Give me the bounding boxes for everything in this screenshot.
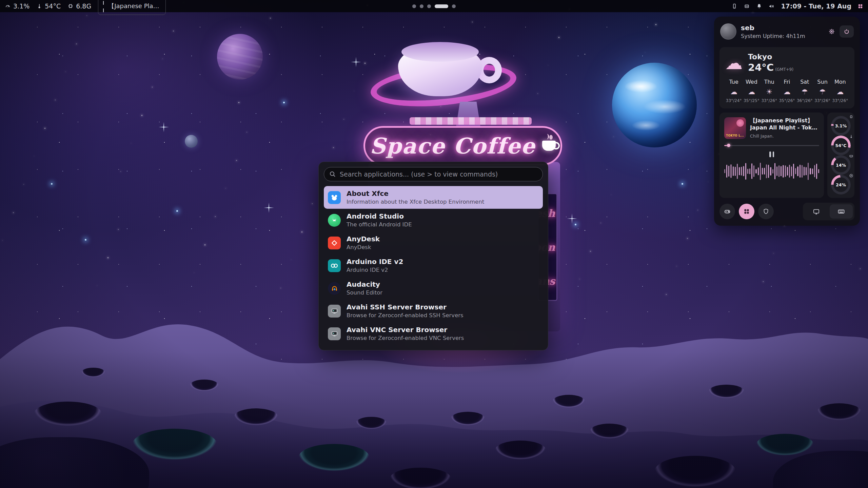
star [246, 132, 247, 133]
power-button[interactable] [840, 25, 854, 38]
waveform-bar [749, 168, 750, 174]
forecast-day: Fri ☁ 35°/26° [778, 79, 796, 103]
phone-link-icon[interactable] [731, 3, 737, 9]
forecast-day: Tue ☁ 33°/24° [725, 79, 743, 103]
result-anydesk[interactable]: AnyDesk AnyDesk [324, 231, 543, 254]
media-waveform [724, 161, 819, 181]
sparkle-star [567, 214, 577, 224]
disk-gauge: 24% [831, 175, 851, 195]
avahi-vnc-app-icon [328, 327, 341, 340]
waveform-bar [810, 168, 811, 175]
weather-cloud-icon: ☁ [725, 54, 743, 72]
sign-coffee-cup-icon [542, 141, 556, 151]
volume-icon[interactable] [768, 3, 775, 9]
search-input[interactable] [324, 167, 543, 181]
result-audacity[interactable]: Audacity Sound Editor [324, 277, 543, 300]
star [687, 238, 688, 239]
workspace-dot[interactable] [452, 4, 456, 8]
star [141, 115, 142, 116]
star [548, 65, 548, 65]
screen-record-button[interactable] [805, 204, 828, 219]
star [118, 229, 119, 230]
waveform-bar [802, 165, 803, 178]
top-bar: 3.1% 54°C 6.8G 【Japanese Pla [0, 0, 868, 12]
sparkle-star [264, 203, 274, 213]
app-grid-icon[interactable] [857, 3, 863, 9]
star [44, 128, 45, 129]
disk-gauge-icon [849, 174, 853, 178]
moon-crater [553, 395, 585, 408]
star [312, 203, 313, 204]
security-button[interactable] [758, 204, 774, 219]
cpu-meter-icon [5, 3, 11, 9]
moon-crater [234, 408, 278, 425]
progress-knob[interactable] [727, 144, 730, 147]
topbar-media-widget[interactable]: 【Japanese Playlist】 J... [98, 0, 166, 15]
star [65, 72, 66, 72]
result-description: AnyDesk [347, 244, 380, 251]
waveform-bar [770, 167, 771, 176]
waveform-bar [776, 166, 777, 176]
star [600, 223, 601, 223]
result-title: AnyDesk [347, 235, 380, 243]
media-pause-button[interactable] [766, 150, 777, 159]
power-icon [843, 28, 850, 35]
glow-star [176, 210, 178, 212]
result-arduino-ide[interactable]: Arduino IDE v2 Arduino IDE v2 [324, 254, 543, 277]
result-description: The official Android IDE [347, 221, 412, 228]
forecast-icon: ☁ [743, 88, 760, 96]
waveform-bar [762, 168, 763, 175]
avatar[interactable] [720, 23, 736, 40]
moon-crater [356, 417, 387, 429]
keyboard-button[interactable] [830, 204, 853, 219]
controller-icon [723, 207, 731, 216]
thermometer-icon [36, 3, 42, 9]
star [162, 59, 163, 59]
waveform-bar [806, 167, 807, 175]
workspace-dot[interactable] [420, 4, 423, 8]
waveform-bar [789, 165, 790, 178]
workspace-dot[interactable] [412, 4, 416, 8]
media-subtitle: Chill Japan. [750, 134, 819, 139]
moon-crater [132, 429, 217, 460]
star [270, 18, 271, 19]
search-icon [329, 170, 337, 178]
result-avahi-vnc[interactable]: Avahi VNC Server Browser Browse for Zero… [324, 322, 543, 345]
moon-crater [709, 385, 744, 398]
panel-quick-actions [719, 203, 854, 220]
workspace-dot[interactable] [427, 4, 431, 8]
forecast-icon: ☀ [761, 88, 778, 96]
waveform-bar [778, 165, 780, 177]
audacity-app-icon [328, 282, 341, 295]
result-about-xfce[interactable]: About Xfce Information about the Xfce De… [324, 186, 543, 209]
waveform-bar [753, 165, 754, 177]
star [107, 257, 108, 258]
small-moon [185, 135, 198, 148]
settings-button[interactable] [828, 28, 835, 35]
memory-value: 6.8G [76, 2, 91, 10]
bell-icon[interactable] [756, 3, 762, 9]
user-name: seb [741, 24, 805, 32]
waveform-bar [785, 165, 786, 177]
waveform-bar [797, 166, 798, 176]
star [676, 266, 677, 266]
moon-crater [654, 456, 736, 487]
workspace-active-pill[interactable] [435, 4, 448, 8]
apps-grid-icon [743, 208, 750, 215]
result-title: Arduino IDE v2 [347, 258, 403, 266]
media-progress-bar[interactable] [724, 144, 819, 147]
result-android-studio[interactable]: Android Studio The official Android IDE [324, 209, 543, 231]
panel-toggle-group [803, 203, 854, 220]
game-mode-button[interactable] [719, 204, 735, 219]
result-avahi-ssh[interactable]: Avahi SSH Server Browser Browse for Zero… [324, 300, 543, 322]
waveform-bar [737, 164, 738, 179]
weather-temperature: 24°C [748, 62, 774, 73]
network-icon[interactable] [744, 3, 750, 9]
clock[interactable]: 17:09 - Tue, 19 Aug [781, 2, 851, 10]
waveform-bar [733, 166, 734, 176]
pause-icon [102, 0, 105, 14]
apps-button[interactable] [739, 204, 754, 219]
space-coffee-sign: Space Coffee [363, 126, 562, 165]
waveform-bar [783, 165, 784, 178]
arduino-app-icon [328, 259, 341, 272]
